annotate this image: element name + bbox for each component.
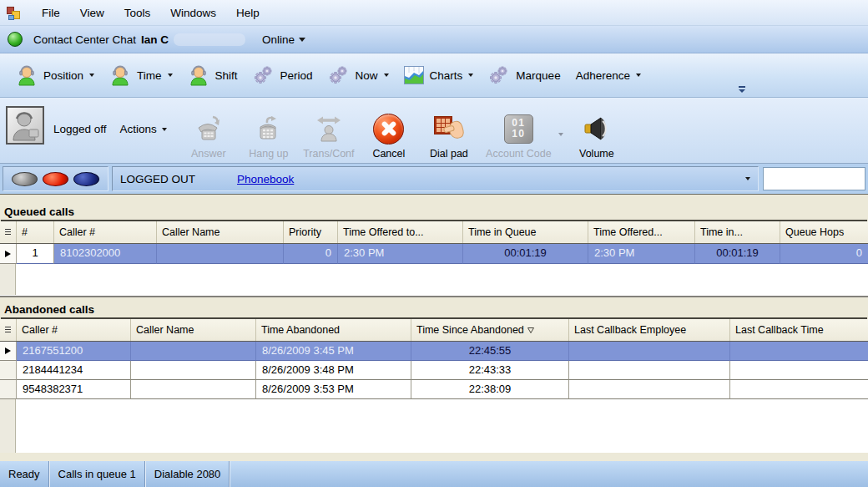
status-bar: Ready Calls in queue 1 Dialable 2080	[0, 461, 868, 487]
menu-file[interactable]: File	[32, 3, 70, 23]
cell-caller-name[interactable]	[131, 380, 256, 399]
section-splitter[interactable]	[0, 295, 868, 299]
chevron-down-icon	[168, 74, 173, 77]
menu-help[interactable]: Help	[226, 3, 270, 23]
phone-state-label: LOGGED OUT	[120, 173, 195, 185]
toolbar-item-position[interactable]: Position	[8, 64, 102, 86]
cell-time-abandoned[interactable]: 8/26/2009 3:53 PM	[256, 380, 411, 399]
cell-caller-number[interactable]: 9548382371	[17, 380, 131, 399]
cell-last-callback-employee[interactable]	[569, 342, 730, 361]
cell-last-callback-employee[interactable]	[569, 361, 730, 380]
cancel-button[interactable]: Cancel	[359, 103, 419, 160]
answer-button[interactable]: Answer	[179, 103, 239, 160]
cell-caller-name[interactable]	[131, 342, 256, 361]
contact-center-window: File View Tools Windows Help Contact Cen…	[0, 0, 868, 487]
cell-last-callback-time[interactable]	[730, 342, 868, 361]
column-header-queue-hops[interactable]: Queue Hops	[780, 221, 868, 243]
rows-icon	[5, 327, 11, 334]
queued-call-row[interactable]: 1 8102302000 0 2:30 PM 00:01:19 2:30 PM …	[0, 244, 868, 264]
row-selector-cell[interactable]	[0, 342, 17, 361]
column-header-caller-number[interactable]: Caller #	[54, 221, 157, 243]
toolbar-item-adherence[interactable]: Adherence	[568, 69, 648, 82]
cell-time-abandoned[interactable]: 8/26/2009 3:48 PM	[256, 361, 411, 380]
presence-selector[interactable]: Online	[257, 31, 310, 48]
cell-last-callback-time[interactable]	[730, 380, 868, 399]
toolbar-label: Period	[280, 69, 313, 82]
column-header-time-in-queue[interactable]: Time in Queue	[463, 221, 588, 243]
toolbar-item-shift[interactable]: Shift	[180, 64, 245, 86]
column-header-last-callback-employee[interactable]: Last Callback Employee	[569, 319, 730, 341]
toolbar-item-charts[interactable]: Charts	[396, 66, 482, 84]
phone-state-dropdown-caret[interactable]	[745, 177, 750, 180]
rows-icon	[5, 229, 11, 236]
sort-descending-icon	[527, 327, 535, 334]
column-header-caller-number[interactable]: Caller #	[17, 319, 131, 341]
button-label: Cancel	[372, 148, 405, 160]
abandoned-call-row[interactable]: 2167551200 8/26/2009 3:45 PM 22:45:55	[0, 342, 868, 361]
redacted-name-area	[174, 33, 245, 46]
column-header-time-offered-to[interactable]: Time Offered to...	[338, 221, 463, 243]
row-selector-header	[0, 221, 17, 243]
agent-icon	[188, 64, 209, 86]
cell-caller-number[interactable]: 2184441234	[17, 361, 131, 380]
toolbar-item-period[interactable]: Period	[245, 65, 320, 85]
number-input[interactable]	[763, 167, 865, 190]
row-selector-cell[interactable]	[0, 244, 17, 264]
answer-phone-icon	[194, 109, 224, 148]
column-header-time-in[interactable]: Time in...	[695, 221, 780, 243]
cell-caller-name[interactable]	[157, 244, 284, 264]
column-header-caller-name[interactable]: Caller Name	[131, 319, 256, 341]
menu-tools[interactable]: Tools	[114, 3, 161, 23]
abandoned-calls-empty-area	[0, 399, 868, 453]
cell-num[interactable]: 1	[17, 244, 54, 264]
cell-last-callback-employee[interactable]	[569, 380, 730, 399]
volume-button[interactable]: Volume	[563, 103, 630, 160]
cell-caller-name[interactable]	[131, 361, 256, 380]
column-header-priority[interactable]: Priority	[284, 221, 338, 243]
cell-caller-number[interactable]: 8102302000	[54, 244, 157, 264]
menu-windows[interactable]: Windows	[160, 3, 226, 23]
toolbar-label: Marquee	[516, 69, 560, 82]
transfer-conference-button[interactable]: Trans/Conf	[299, 103, 359, 160]
abandoned-call-row[interactable]: 2184441234 8/26/2009 3:48 PM 22:43:33	[0, 361, 868, 380]
abandoned-call-row[interactable]: 9548382371 8/26/2009 3:53 PM 22:38:09	[0, 380, 868, 399]
button-label: Account Code	[486, 148, 552, 160]
cell-time-offered[interactable]: 2:30 PM	[588, 244, 695, 264]
row-selector-cell[interactable]	[0, 380, 17, 399]
phone-status-row: LOGGED OUT Phonebook	[0, 164, 868, 195]
status-calls-in-queue: Calls in queue 1	[50, 461, 144, 487]
dial-pad-button[interactable]: Dial pad	[419, 103, 479, 160]
cell-last-callback-time[interactable]	[730, 361, 868, 380]
chevron-down-icon	[384, 74, 389, 77]
button-label: Trans/Conf	[303, 148, 354, 160]
column-header-time-since-abandoned[interactable]: Time Since Abandoned	[411, 319, 569, 341]
app-title: Contact Center Chat	[33, 33, 136, 46]
toolbar-item-marquee[interactable]: Marquee	[481, 65, 568, 85]
cell-caller-number[interactable]: 2167551200	[17, 342, 131, 361]
cell-priority[interactable]: 0	[284, 244, 338, 264]
menu-view[interactable]: View	[70, 3, 114, 23]
cell-time-since-abandoned[interactable]: 22:38:09	[411, 380, 569, 399]
phonebook-link[interactable]: Phonebook	[237, 173, 294, 185]
toolbar-label: Charts	[430, 69, 463, 82]
toolbar-item-time[interactable]: Time	[102, 64, 180, 86]
cell-time-abandoned[interactable]: 8/26/2009 3:45 PM	[256, 342, 411, 361]
toolbar-item-now[interactable]: Now	[320, 65, 396, 85]
actions-menu-button[interactable]: Actions	[120, 123, 167, 135]
column-header-num[interactable]: #	[17, 221, 54, 243]
account-code-button[interactable]: 01 10 Account Code	[479, 103, 558, 160]
column-header-time-abandoned[interactable]: Time Abandoned	[256, 319, 411, 341]
cell-time-in-queue[interactable]: 00:01:19	[463, 244, 588, 264]
column-header-last-callback-time[interactable]: Last Callback Time	[730, 319, 868, 341]
column-header-caller-name[interactable]: Caller Name	[157, 221, 284, 243]
row-selector-cell[interactable]	[0, 361, 17, 380]
cell-time-in[interactable]: 00:01:19	[695, 244, 780, 264]
cell-time-since-abandoned[interactable]: 22:45:55	[411, 342, 569, 361]
cell-time-offered-to[interactable]: 2:30 PM	[338, 244, 463, 264]
cell-time-since-abandoned[interactable]: 22:43:33	[411, 361, 569, 380]
cell-queue-hops[interactable]: 0	[780, 244, 868, 264]
toolbar-overflow-button[interactable]	[738, 86, 746, 93]
column-header-time-offered[interactable]: Time Offered...	[588, 221, 695, 243]
hang-up-button[interactable]: Hang up	[239, 103, 299, 160]
agent-state-label: Logged off	[53, 123, 107, 135]
